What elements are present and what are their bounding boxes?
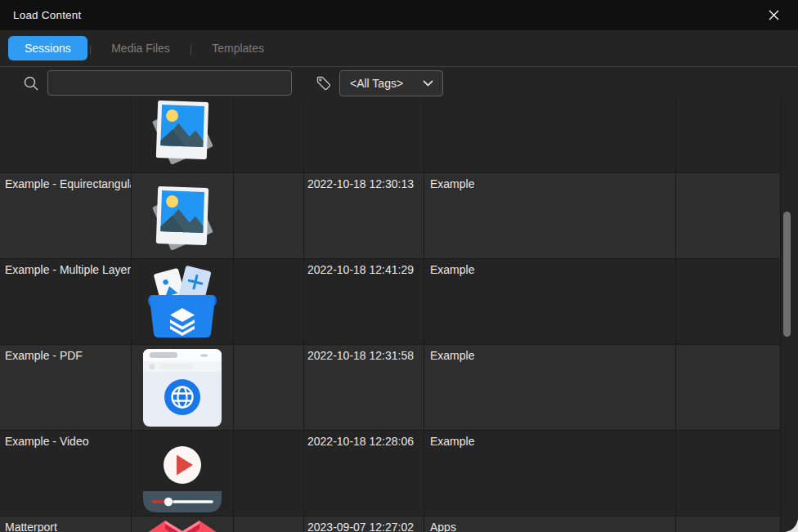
- tab-sessions[interactable]: Sessions: [8, 36, 87, 60]
- empty-cell: [676, 173, 781, 258]
- sessions-table: Example - Equirectangular: [0, 99, 798, 532]
- session-thumbnail: [132, 345, 234, 430]
- dialog-title: Load Content: [13, 9, 81, 21]
- empty-cell: [676, 345, 781, 430]
- empty-cell: [234, 99, 304, 172]
- session-date: 2022-10-18 12:41:29: [304, 259, 424, 344]
- matterport-icon: [143, 518, 222, 532]
- session-date: 2023-09-07 12:27:02: [304, 516, 424, 532]
- session-tags: Example: [424, 431, 676, 516]
- session-name: Matterport: [0, 516, 132, 532]
- session-thumbnail: [132, 173, 234, 258]
- table-row[interactable]: Example - PDF: [0, 345, 781, 431]
- layers-folder-icon: [143, 266, 222, 338]
- load-content-dialog: Load Content Sessions | Media Files | Te…: [0, 0, 798, 532]
- session-name: Example - Equirectangular: [0, 173, 132, 258]
- close-button[interactable]: [764, 6, 783, 25]
- session-tags: Example: [424, 259, 676, 344]
- empty-cell: [676, 516, 781, 532]
- table-row[interactable]: Example - Multiple Layers: [0, 259, 781, 345]
- session-tags: [424, 99, 676, 172]
- sessions-rows: Example - Equirectangular: [0, 99, 781, 532]
- filter-bar: <All Tags>: [0, 67, 798, 99]
- search-input[interactable]: [47, 70, 292, 96]
- empty-cell: [676, 99, 781, 172]
- session-tags: Example: [424, 173, 676, 258]
- table-row[interactable]: [0, 99, 781, 173]
- tab-separator: |: [190, 42, 192, 55]
- session-name: Example - Multiple Layers: [0, 259, 132, 344]
- browser-pdf-icon: [143, 349, 222, 427]
- empty-cell: [234, 173, 304, 258]
- session-date: 2022-10-18 12:28:06: [304, 431, 424, 516]
- table-row[interactable]: Example - Video: [0, 431, 781, 516]
- search-icon: [23, 75, 39, 92]
- session-name: [0, 99, 132, 172]
- photo-icon: [148, 99, 217, 164]
- dialog-titlebar: Load Content: [0, 0, 798, 30]
- session-date: 2022-10-18 12:31:58: [304, 345, 424, 430]
- empty-cell: [234, 516, 304, 532]
- session-date: [304, 99, 424, 172]
- tags-dropdown-value: <All Tags>: [350, 77, 403, 90]
- session-thumbnail: [132, 516, 234, 532]
- photo-icon: [148, 181, 217, 250]
- session-tags: Example: [424, 345, 676, 430]
- session-name: Example - Video: [0, 431, 132, 516]
- tab-media-files[interactable]: Media Files: [93, 42, 188, 55]
- empty-cell: [234, 345, 304, 430]
- close-icon: [769, 10, 779, 20]
- table-row[interactable]: Example - Equirectangular: [0, 173, 781, 259]
- session-thumbnail: [132, 431, 234, 516]
- resize-grip-icon[interactable]: [785, 519, 798, 532]
- tag-icon: [316, 75, 332, 92]
- tab-bar: Sessions | Media Files | Templates: [0, 30, 798, 66]
- video-player-icon: [143, 435, 222, 512]
- session-date: 2022-10-18 12:30:13: [304, 173, 424, 258]
- empty-cell: [676, 431, 781, 516]
- empty-cell: [234, 259, 304, 344]
- vertical-scrollbar-thumb[interactable]: [783, 212, 791, 337]
- session-thumbnail: [132, 259, 234, 344]
- session-name: Example - PDF: [0, 345, 132, 430]
- tab-templates[interactable]: Templates: [194, 42, 282, 55]
- session-thumbnail: [132, 99, 234, 172]
- tab-separator: |: [89, 42, 92, 55]
- session-tags: Apps: [424, 516, 676, 532]
- chevron-down-icon: [423, 80, 433, 87]
- table-row[interactable]: Matterport: [0, 516, 781, 532]
- tags-dropdown[interactable]: <All Tags>: [339, 70, 443, 96]
- empty-cell: [676, 259, 781, 344]
- empty-cell: [234, 431, 304, 516]
